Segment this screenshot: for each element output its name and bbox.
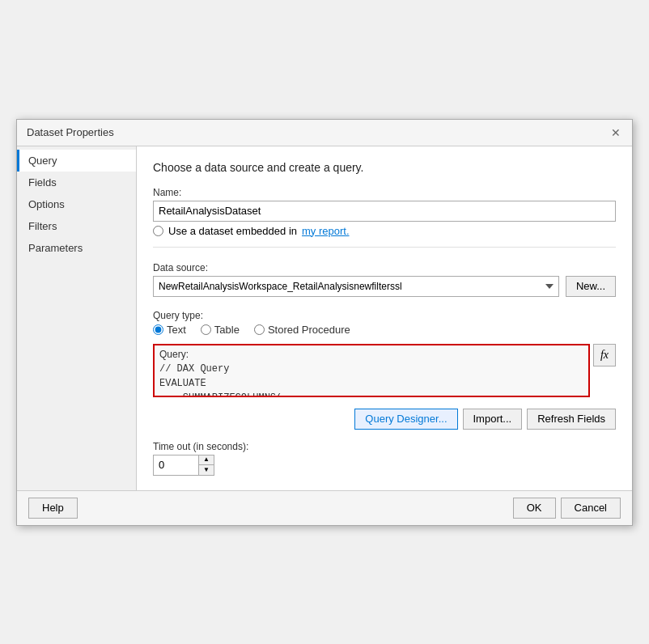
datasource-select[interactable]: NewRetailAnalysisWorkspace_RetailAnalysi… [153,276,559,297]
query-label: Query: [155,345,588,362]
name-input[interactable] [153,201,616,222]
spinner-row: ▲ ▼ [153,455,616,476]
fx-button[interactable]: fx [593,344,616,366]
sidebar-item-filters[interactable]: Filters [17,215,136,237]
query-area-wrapper: Query: // DAX Query EVALUATE SUMMARIZECO… [153,344,616,397]
radio-text[interactable] [153,324,163,335]
sidebar-item-query[interactable]: Query [17,150,136,172]
datasource-label: Data source: [153,262,616,273]
my-report-link[interactable]: my report. [302,225,350,237]
spinner-buttons: ▲ ▼ [198,455,214,476]
dialog-title: Dataset Properties [27,126,114,138]
dialog-body: Query Fields Options Filters Parameters … [17,146,632,490]
sidebar-item-parameters[interactable]: Parameters [17,237,136,259]
timeout-label: Time out (in seconds): [153,441,616,452]
query-type-section: Query type: Text Table Stored Procedure [153,310,616,336]
datasource-section: Data source: NewRetailAnalysisWorkspace_… [153,262,616,297]
query-type-label: Query type: [153,310,616,321]
radio-text-label-text: Text [167,324,186,336]
radio-stored-proc-label-text: Stored Procedure [268,324,350,336]
import-button[interactable]: Import... [463,409,523,430]
sidebar-item-fields[interactable]: Fields [17,172,136,193]
datasource-row: NewRetailAnalysisWorkspace_RetailAnalysi… [153,276,616,297]
timeout-input[interactable] [153,455,198,476]
radio-table-label-text: Table [214,324,240,336]
action-row: Query Designer... Import... Refresh Fiel… [153,409,616,430]
radio-table-label[interactable]: Table [201,324,240,336]
sidebar: Query Fields Options Filters Parameters [17,146,137,490]
divider-1 [153,247,616,248]
sidebar-item-options[interactable]: Options [17,193,136,215]
embedded-radio[interactable] [153,226,163,236]
close-button[interactable]: ✕ [609,126,622,139]
help-button[interactable]: Help [28,498,78,519]
query-type-row: Text Table Stored Procedure [153,324,616,336]
cancel-button[interactable]: Cancel [561,498,621,519]
ok-button[interactable]: OK [513,498,556,519]
radio-table[interactable] [201,324,211,335]
spinner-down-button[interactable]: ▼ [199,465,214,475]
title-bar: Dataset Properties ✕ [17,120,632,146]
main-content: Choose a data source and create a query.… [137,146,632,490]
name-label: Name: [153,187,616,198]
radio-stored-proc-label[interactable]: Stored Procedure [254,324,350,336]
radio-text-label[interactable]: Text [153,324,186,336]
query-box: Query: // DAX Query EVALUATE SUMMARIZECO… [153,344,590,397]
query-designer-button[interactable]: Query Designer... [354,409,457,430]
spinner-up-button[interactable]: ▲ [199,455,214,466]
embedded-row: Use a dataset embedded in my report. [153,225,616,237]
query-textarea[interactable]: // DAX Query EVALUATE SUMMARIZECOLUMNS( … [155,362,588,396]
embedded-label: Use a dataset embedded in [168,225,297,237]
footer-right: OK Cancel [513,498,621,519]
dataset-properties-dialog: Dataset Properties ✕ Query Fields Option… [16,119,633,526]
new-datasource-button[interactable]: New... [566,276,616,297]
timeout-section: Time out (in seconds): ▲ ▼ [153,441,616,476]
refresh-fields-button[interactable]: Refresh Fields [527,409,616,430]
name-section: Name: Use a dataset embedded in my repor… [153,187,616,237]
section-heading: Choose a data source and create a query. [153,161,616,174]
dialog-footer: Help OK Cancel [17,490,632,525]
radio-stored-proc[interactable] [254,324,265,335]
